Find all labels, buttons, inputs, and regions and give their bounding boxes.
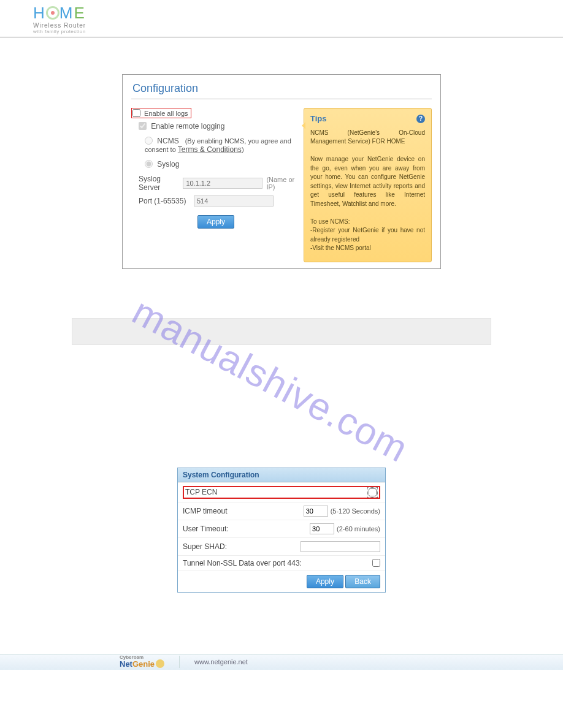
enable-remote-row: Enable remote logging (139, 122, 297, 131)
page-header: HME Wireless Router with family protecti… (0, 0, 563, 37)
apply-button[interactable]: Apply (197, 215, 234, 229)
super-shad-label: Super SHAD: (183, 542, 301, 551)
tips-p5: -Visit the NCMS portal (310, 244, 425, 253)
footer-url: www.netgenie.net (194, 658, 248, 665)
icmp-row: ICMP timeout (5-120 Seconds) (178, 502, 385, 520)
enable-all-logs-highlight: Enable all logs (131, 108, 191, 118)
port-input[interactable] (194, 195, 274, 207)
tips-p2: Now manage your NetGenie device on the g… (310, 155, 425, 208)
tips-panel: Tips ? NCMS (NetGenie's On-Cloud Managem… (304, 108, 432, 262)
home-logo: HME (33, 5, 538, 21)
syslog-server-hint: (Name or IP) (266, 176, 297, 191)
tips-title-row: Tips ? (310, 113, 425, 125)
enable-remote-label: Enable remote logging (151, 122, 224, 131)
ncms-label: NCMS (157, 137, 178, 145)
system-config-buttons: Apply Back (178, 571, 385, 592)
panel-title: Configuration (131, 81, 432, 99)
syslog-radio[interactable] (145, 160, 153, 168)
page-footer: Cyberoam NetGenie www.netgenie.net (0, 654, 563, 670)
system-apply-button[interactable]: Apply (307, 575, 343, 588)
super-shad-input[interactable] (301, 541, 380, 552)
tunnel-row: Tunnel Non-SSL Data over port 443: (178, 555, 385, 571)
ncms-radio[interactable] (145, 137, 153, 145)
icmp-hint: (5-120 Seconds) (331, 507, 380, 515)
user-timeout-label: User Timeout: (183, 525, 310, 533)
icmp-input[interactable] (304, 506, 328, 517)
tcp-ecn-label: TCP ECN (185, 488, 367, 496)
config-form: Enable all logs Enable remote logging NC… (131, 108, 297, 262)
logo-subtitle-2: with family protection (33, 29, 538, 34)
super-shad-row: Super SHAD: (178, 537, 385, 555)
user-timeout-input[interactable] (310, 523, 334, 534)
icmp-label: ICMP timeout (183, 507, 304, 515)
grey-placeholder-bar (72, 318, 491, 345)
syslog-row: Syslog (145, 160, 297, 169)
help-icon[interactable]: ? (416, 115, 425, 123)
syslog-server-row: Syslog Server (Name or IP) (139, 175, 297, 192)
footer-divider (179, 656, 180, 668)
ncms-note-suffix: ) (242, 146, 244, 153)
user-timeout-hint: (2-60 minutes) (337, 525, 380, 533)
syslog-server-label: Syslog Server (139, 175, 183, 192)
terms-link[interactable]: Terms & Conditions (178, 145, 242, 154)
tcp-ecn-checkbox[interactable] (369, 488, 377, 496)
syslog-label: Syslog (157, 160, 179, 169)
tips-title: Tips (310, 113, 327, 125)
port-row: Port (1-65535) (139, 195, 297, 207)
system-config-title: System Configuration (178, 468, 385, 482)
ncms-row: NCMS (By enabling NCMS, you agree and co… (145, 137, 297, 154)
tcp-ecn-row: TCP ECN (178, 482, 385, 502)
enable-all-logs-label: Enable all logs (144, 110, 188, 117)
tips-p3: To use NCMS: (310, 218, 425, 227)
system-configuration-panel: System Configuration TCP ECN ICMP timeou… (177, 468, 386, 593)
logo-subtitle-1: Wireless Router (33, 22, 538, 29)
port-label: Port (1-65535) (139, 197, 194, 205)
watermark: manualshive.com (125, 289, 415, 471)
tunnel-checkbox[interactable] (372, 559, 380, 567)
back-button[interactable]: Back (345, 575, 380, 588)
user-timeout-row: User Timeout: (2-60 minutes) (178, 520, 385, 537)
syslog-server-input[interactable] (183, 178, 262, 189)
netgenie-icon (156, 659, 164, 668)
divider (131, 99, 432, 99)
enable-remote-checkbox[interactable] (139, 122, 147, 130)
enable-all-logs-checkbox[interactable] (132, 109, 140, 117)
footer-brand: Cyberoam NetGenie (120, 656, 164, 669)
tips-p1: NCMS (NetGenie's On-Cloud Management Ser… (310, 129, 425, 146)
tunnel-label: Tunnel Non-SSL Data over port 443: (183, 559, 372, 567)
tips-p4: -Register your NetGenie if you have not … (310, 226, 425, 244)
configuration-panel: Configuration Enable all logs Enable rem… (122, 74, 441, 269)
